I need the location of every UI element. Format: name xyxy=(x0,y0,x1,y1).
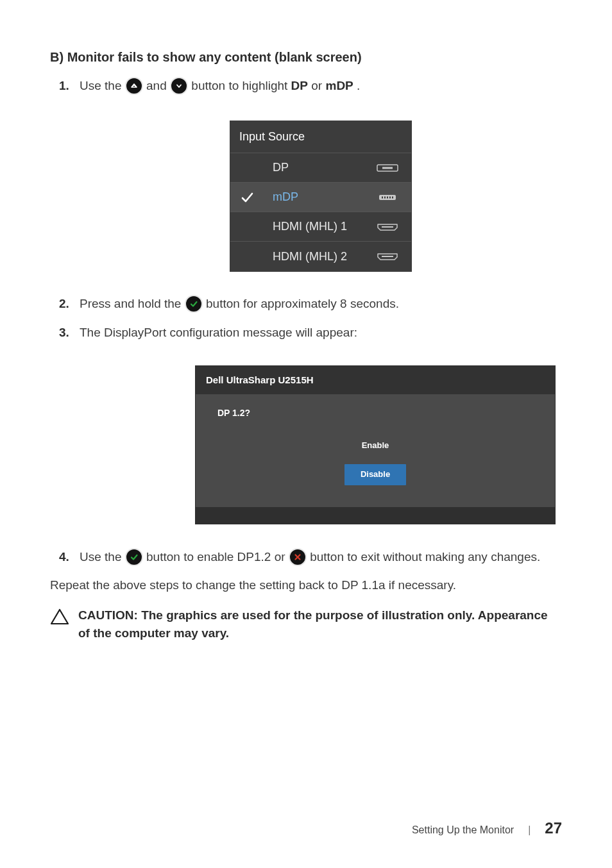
input-source-label: HDMI (MHL) 2 xyxy=(259,247,373,266)
dp-disable-option[interactable]: Disable xyxy=(344,464,406,485)
dp-dialog-footer xyxy=(196,507,555,524)
dp-port-icon xyxy=(373,163,402,173)
hdmi-port-icon xyxy=(373,251,402,262)
footer-section-name: Setting Up the Monitor xyxy=(412,824,514,836)
step-number: 2. xyxy=(59,294,69,313)
step-text: Press and hold the xyxy=(80,297,185,310)
down-arrow-icon xyxy=(170,77,188,95)
check-icon xyxy=(185,295,203,313)
input-source-row-mdp[interactable]: mDP xyxy=(230,183,411,212)
input-source-row-hdmi1[interactable]: HDMI (MHL) 1 xyxy=(230,212,411,242)
input-source-title: Input Source xyxy=(230,121,411,153)
step-text: . xyxy=(357,79,360,92)
section-title: B) Monitor fails to show any content (bl… xyxy=(50,50,562,65)
input-source-menu: Input Source DP mDP xyxy=(230,121,411,271)
checkmark-icon xyxy=(235,190,259,204)
dp-dialog-title: Dell UltraSharp U2515H xyxy=(196,366,555,394)
check-icon xyxy=(125,548,143,566)
step-text: Use the xyxy=(80,550,125,563)
step-2: 2. Press and hold the button for approxi… xyxy=(65,294,562,313)
caution-block: CAUTION: The graphics are used for the p… xyxy=(50,606,562,643)
step-text: button to highlight xyxy=(191,79,291,92)
mdp-port-icon xyxy=(373,192,402,203)
svg-rect-7 xyxy=(382,226,393,228)
svg-rect-6 xyxy=(392,196,393,198)
step-text: Use the xyxy=(80,79,125,92)
caution-text: CAUTION: The graphics are used for the p… xyxy=(78,606,562,643)
step-3: 3. The DisplayPort configuration message… xyxy=(65,323,562,524)
footer-divider: | xyxy=(528,824,531,836)
page-number: 27 xyxy=(545,819,562,837)
mdp-label: mDP xyxy=(325,79,353,92)
svg-rect-5 xyxy=(389,196,391,198)
dp-config-dialog: Dell UltraSharp U2515H DP 1.2? Enable Di… xyxy=(195,365,556,524)
step-number: 4. xyxy=(59,547,69,567)
hdmi-port-icon xyxy=(373,222,402,232)
step-4: 4. Use the button to enable DP1.2 or but… xyxy=(65,547,562,567)
step-number: 3. xyxy=(59,323,69,342)
repeat-instruction: Repeat the above steps to change the set… xyxy=(50,576,562,594)
input-source-label: DP xyxy=(259,158,373,177)
svg-rect-2 xyxy=(382,196,383,198)
svg-rect-1 xyxy=(382,167,393,169)
step-text: button for approximately 8 seconds. xyxy=(206,297,399,310)
svg-rect-8 xyxy=(382,256,393,257)
step-text: The DisplayPort configuration message wi… xyxy=(80,326,357,339)
input-source-row-dp[interactable]: DP xyxy=(230,153,411,183)
caution-triangle-icon xyxy=(50,606,69,643)
dp-dialog-question: DP 1.2? xyxy=(206,406,545,420)
input-source-label: HDMI (MHL) 1 xyxy=(259,217,373,236)
svg-rect-3 xyxy=(384,196,386,198)
page-footer: Setting Up the Monitor | 27 xyxy=(412,819,562,837)
step-text: and xyxy=(146,79,170,92)
step-number: 1. xyxy=(59,76,69,96)
step-text: or xyxy=(311,79,325,92)
step-text: button to enable DP1.2 or xyxy=(146,550,289,563)
step-1: 1. Use the and button to highlight DP or… xyxy=(65,76,562,271)
input-source-label: mDP xyxy=(259,188,373,206)
step-text: button to exit without making any change… xyxy=(310,550,540,563)
input-source-row-hdmi2[interactable]: HDMI (MHL) 2 xyxy=(230,242,411,271)
dp-label: DP xyxy=(291,79,308,92)
dp-enable-option[interactable]: Enable xyxy=(344,435,406,456)
x-icon xyxy=(289,548,307,566)
svg-rect-4 xyxy=(387,196,388,198)
up-arrow-icon xyxy=(125,77,143,95)
